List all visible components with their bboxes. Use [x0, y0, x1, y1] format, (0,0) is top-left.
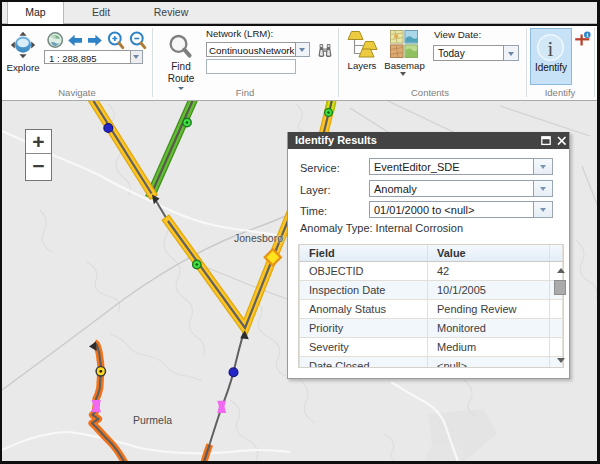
svg-text:i: i	[548, 37, 554, 61]
